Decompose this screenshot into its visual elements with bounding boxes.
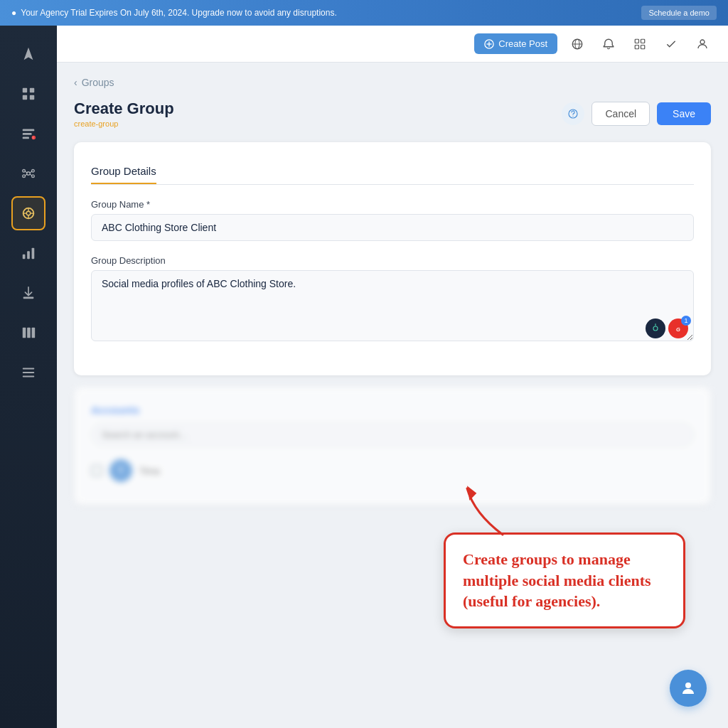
svg-rect-4 — [23, 129, 35, 132]
header-bar: Create Post — [57, 26, 728, 63]
svg-rect-5 — [23, 133, 32, 135]
svg-point-19 — [26, 211, 31, 215]
create-post-label: Create Post — [498, 38, 547, 49]
search-account-input — [91, 423, 694, 446]
svg-line-15 — [30, 171, 32, 173]
svg-point-41 — [700, 40, 705, 44]
page-title-section: Create Group create-group — [74, 100, 174, 128]
banner-cta-button[interactable]: Schedule a demo — [641, 6, 717, 20]
card-tabs: Group Details — [91, 159, 694, 185]
callout-box: Create groups to manage multiple social … — [444, 532, 685, 628]
page-header: Create Group create-group Cancel Save — [74, 100, 711, 128]
banner-icon: ● — [11, 8, 16, 18]
account-checkbox — [91, 465, 102, 476]
page-title: Create Group — [74, 100, 174, 118]
create-post-button[interactable]: Create Post — [474, 33, 557, 54]
user-icon-btn[interactable] — [691, 33, 714, 55]
svg-rect-0 — [23, 88, 27, 92]
group-description-form-group: Group Description Social media profiles … — [91, 255, 694, 344]
sidebar-item-groups[interactable] — [11, 196, 46, 230]
svg-rect-29 — [27, 328, 31, 338]
svg-rect-39 — [635, 45, 638, 48]
sidebar-item-navigation[interactable] — [11, 37, 46, 71]
group-details-card: Group Details Group Name * Group Descrip… — [74, 142, 711, 375]
accounts-title: Accounts — [91, 404, 694, 416]
account-row: T Tima — [91, 454, 694, 488]
group-name-input[interactable] — [91, 214, 694, 241]
group-description-label: Group Description — [91, 255, 694, 266]
grammarly-badge: 1 — [681, 316, 691, 326]
cancel-button[interactable]: Cancel — [592, 102, 650, 126]
breadcrumb-arrow: ‹ — [74, 77, 77, 88]
banner-text: Your Agency Trial Expires On July 6th, 2… — [21, 8, 336, 18]
page-content: ‹ Groups Create Group create-group Cance… — [57, 63, 728, 728]
save-button[interactable]: Save — [657, 102, 711, 125]
svg-rect-40 — [641, 45, 645, 48]
page-actions: Cancel Save — [562, 102, 711, 126]
banner-message-area: ● Your Agency Trial Expires On July 6th,… — [11, 8, 337, 18]
svg-point-9 — [27, 172, 31, 176]
svg-rect-6 — [23, 137, 29, 139]
breadcrumb-groups-link[interactable]: Groups — [82, 77, 114, 88]
svg-line-17 — [30, 174, 32, 176]
textarea-icon-group: G 1 — [646, 318, 688, 338]
sidebar-item-posts[interactable]: ! — [11, 117, 46, 151]
svg-line-16 — [25, 174, 27, 176]
help-icon-btn[interactable] — [562, 102, 584, 125]
svg-point-11 — [32, 170, 35, 173]
svg-rect-26 — [32, 248, 35, 259]
svg-text:G: G — [676, 326, 680, 333]
top-banner: ● Your Agency Trial Expires On July 6th,… — [0, 0, 728, 26]
float-action-button[interactable] — [670, 670, 707, 707]
svg-rect-37 — [635, 39, 638, 43]
account-avatar: T — [109, 459, 132, 482]
page-subtitle: create-group — [74, 119, 174, 128]
check-icon-btn[interactable] — [660, 33, 682, 55]
svg-text:!: ! — [33, 136, 33, 140]
svg-point-13 — [32, 175, 35, 178]
svg-point-12 — [23, 175, 26, 178]
grid-icon-btn[interactable] — [628, 33, 651, 55]
group-description-wrapper: Social media profiles of ABC Clothing St… — [91, 270, 694, 344]
sidebar: ! — [0, 26, 57, 728]
svg-rect-25 — [27, 251, 30, 259]
ocoya-icon-btn[interactable] — [646, 318, 665, 338]
group-description-textarea[interactable]: Social media profiles of ABC Clothing St… — [91, 270, 694, 341]
callout-text: Create groups to manage multiple social … — [463, 549, 666, 612]
globe-icon-btn[interactable] — [566, 33, 589, 55]
accounts-section-blurred: Accounts T Tima — [74, 387, 711, 505]
svg-rect-28 — [23, 328, 26, 338]
svg-rect-30 — [32, 328, 36, 338]
svg-rect-27 — [23, 297, 34, 299]
tab-group-details[interactable]: Group Details — [91, 159, 156, 184]
svg-point-49 — [685, 682, 691, 688]
svg-rect-1 — [30, 88, 34, 92]
breadcrumb: ‹ Groups — [74, 77, 711, 88]
svg-rect-38 — [641, 39, 645, 43]
group-name-label: Group Name * — [91, 199, 694, 210]
account-name: Tima — [139, 466, 159, 476]
svg-rect-3 — [30, 95, 34, 100]
grammarly-icon-btn[interactable]: G 1 — [668, 318, 688, 338]
svg-point-43 — [573, 116, 574, 117]
group-name-form-group: Group Name * — [91, 199, 694, 241]
sidebar-item-library[interactable] — [11, 316, 46, 350]
svg-line-14 — [25, 171, 27, 173]
svg-point-10 — [23, 170, 26, 173]
bell-icon-btn[interactable] — [597, 33, 620, 55]
svg-rect-2 — [23, 95, 27, 100]
sidebar-item-network[interactable] — [11, 156, 46, 191]
sidebar-item-settings[interactable] — [11, 355, 46, 390]
sidebar-item-downloads[interactable] — [11, 276, 46, 310]
sidebar-item-dashboard[interactable] — [11, 77, 46, 111]
callout-arrow-svg — [460, 485, 517, 542]
svg-rect-24 — [23, 255, 26, 259]
sidebar-item-analytics[interactable] — [11, 236, 46, 270]
